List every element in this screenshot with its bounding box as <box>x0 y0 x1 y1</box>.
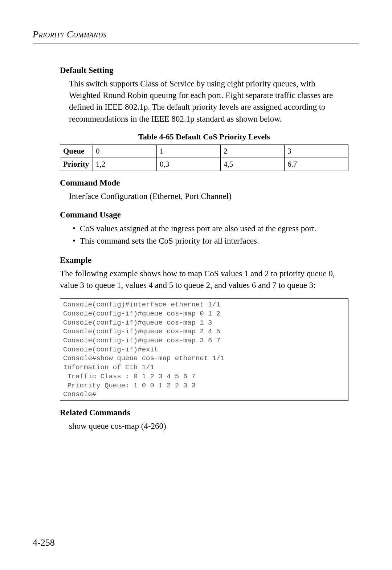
table-row: Priority 1,2 0,3 4,5 6.7 <box>60 158 348 171</box>
example-heading: Example <box>60 256 348 265</box>
table-cell: 0,3 <box>157 158 221 171</box>
command-mode-text: Interface Configuration (Ethernet, Port … <box>60 191 348 202</box>
command-usage-list: CoS values assigned at the ingress port … <box>60 223 348 248</box>
page-number: 4-258 <box>33 537 55 548</box>
table-cell: 2 <box>221 144 285 158</box>
related-commands-text: show queue cos-map (4-260) <box>60 420 348 432</box>
list-item: This command sets the CoS priority for a… <box>73 235 348 248</box>
table-caption: Table 4-65 Default CoS Priority Levels <box>60 132 348 142</box>
table-cell: 6.7 <box>285 158 348 171</box>
cos-priority-table: Queue 0 1 2 3 Priority 1,2 0,3 4,5 6.7 <box>60 144 348 171</box>
table-cell: 4,5 <box>221 158 285 171</box>
header-rule <box>33 44 359 44</box>
table-cell-label: Priority <box>60 158 93 171</box>
default-setting-text: This switch supports Class of Service by… <box>60 78 348 125</box>
table-cell: 3 <box>285 144 348 158</box>
table-cell: 1,2 <box>93 158 157 171</box>
example-code: Console(config)#interface ethernet 1/1 C… <box>60 298 348 401</box>
command-mode-heading: Command Mode <box>60 178 348 188</box>
command-usage-heading: Command Usage <box>60 210 348 220</box>
table-row: Queue 0 1 2 3 <box>60 144 348 158</box>
page-header: Priority Commands <box>33 29 359 40</box>
table-cell: 1 <box>157 144 221 158</box>
related-commands-heading: Related Commands <box>60 408 348 418</box>
page-content: Default Setting This switch supports Cla… <box>33 66 359 432</box>
table-cell: 0 <box>93 144 157 158</box>
example-text: The following example shows how to map C… <box>60 268 348 291</box>
default-setting-heading: Default Setting <box>60 66 348 75</box>
list-item: CoS values assigned at the ingress port … <box>73 223 348 235</box>
table-cell-label: Queue <box>60 144 93 158</box>
